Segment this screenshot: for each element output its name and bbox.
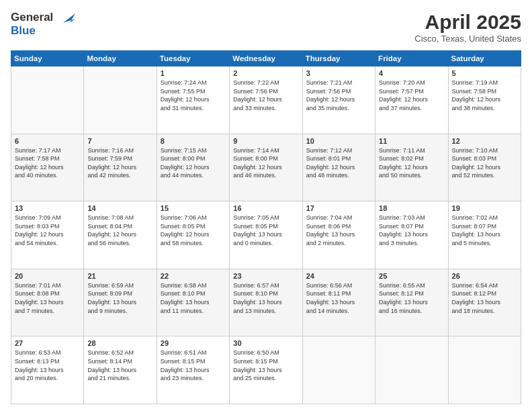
calendar-table: Sunday Monday Tuesday Wednesday Thursday…: [11, 50, 521, 404]
col-tuesday: Tuesday: [157, 51, 229, 66]
day-info: Sunrise: 6:53 AM Sunset: 8:13 PM Dayligh…: [15, 349, 80, 382]
day-number: 18: [379, 204, 444, 212]
day-info: Sunrise: 7:16 AM Sunset: 7:59 PM Dayligh…: [87, 146, 152, 180]
calendar-week-4: 20Sunrise: 7:01 AM Sunset: 8:08 PM Dayli…: [11, 269, 521, 336]
calendar-cell: 28Sunrise: 6:52 AM Sunset: 8:14 PM Dayli…: [84, 336, 157, 404]
logo-line2: Blue: [11, 24, 75, 38]
day-number: 9: [233, 137, 298, 145]
day-number: 22: [161, 272, 226, 280]
day-info: Sunrise: 7:01 AM Sunset: 8:08 PM Dayligh…: [15, 281, 80, 315]
calendar-cell: 18Sunrise: 7:03 AM Sunset: 8:07 PM Dayli…: [375, 201, 448, 269]
calendar-cell: [11, 66, 84, 134]
day-info: Sunrise: 7:19 AM Sunset: 7:58 PM Dayligh…: [452, 79, 517, 112]
day-number: 28: [87, 339, 152, 347]
location: Cisco, Texas, United States: [414, 34, 521, 44]
calendar-cell: [448, 336, 521, 404]
calendar-cell: 15Sunrise: 7:06 AM Sunset: 8:05 PM Dayli…: [157, 201, 229, 269]
calendar-cell: 22Sunrise: 6:58 AM Sunset: 8:10 PM Dayli…: [157, 269, 229, 336]
col-thursday: Thursday: [302, 51, 375, 66]
calendar-cell: 3Sunrise: 7:21 AM Sunset: 7:56 PM Daylig…: [302, 66, 375, 134]
calendar-cell: 23Sunrise: 6:57 AM Sunset: 8:10 PM Dayli…: [230, 269, 302, 336]
calendar-cell: 8Sunrise: 7:15 AM Sunset: 8:00 PM Daylig…: [157, 134, 229, 201]
day-info: Sunrise: 7:15 AM Sunset: 8:00 PM Dayligh…: [161, 146, 226, 180]
day-info: Sunrise: 7:04 AM Sunset: 8:06 PM Dayligh…: [306, 214, 371, 247]
day-info: Sunrise: 6:55 AM Sunset: 8:12 PM Dayligh…: [379, 281, 444, 315]
day-number: 20: [15, 272, 80, 280]
calendar-cell: 30Sunrise: 6:50 AM Sunset: 8:15 PM Dayli…: [230, 336, 302, 404]
day-info: Sunrise: 7:22 AM Sunset: 7:56 PM Dayligh…: [233, 79, 298, 112]
svg-marker-0: [63, 13, 75, 23]
day-number: 14: [87, 204, 152, 212]
title-block: April 2025 Cisco, Texas, United States: [414, 11, 521, 44]
day-number: 7: [87, 137, 152, 145]
day-info: Sunrise: 6:50 AM Sunset: 8:15 PM Dayligh…: [233, 349, 298, 382]
logo-line1: General: [11, 11, 53, 24]
calendar-cell: 12Sunrise: 7:10 AM Sunset: 8:03 PM Dayli…: [448, 134, 521, 201]
day-number: 1: [161, 69, 226, 77]
day-number: 8: [161, 137, 226, 145]
col-sunday: Sunday: [11, 51, 84, 66]
day-number: 12: [452, 137, 517, 145]
day-number: 24: [306, 272, 371, 280]
calendar-cell: 13Sunrise: 7:09 AM Sunset: 8:03 PM Dayli…: [11, 201, 84, 269]
calendar-cell: 27Sunrise: 6:53 AM Sunset: 8:13 PM Dayli…: [11, 336, 84, 404]
day-info: Sunrise: 7:08 AM Sunset: 8:04 PM Dayligh…: [87, 214, 152, 247]
day-info: Sunrise: 6:56 AM Sunset: 8:11 PM Dayligh…: [306, 281, 371, 315]
day-number: 30: [233, 339, 298, 347]
day-number: 13: [15, 204, 80, 212]
calendar-cell: 14Sunrise: 7:08 AM Sunset: 8:04 PM Dayli…: [84, 201, 157, 269]
day-info: Sunrise: 6:59 AM Sunset: 8:09 PM Dayligh…: [87, 281, 152, 315]
calendar-cell: 4Sunrise: 7:20 AM Sunset: 7:57 PM Daylig…: [375, 66, 448, 134]
day-info: Sunrise: 7:20 AM Sunset: 7:57 PM Dayligh…: [379, 79, 444, 112]
calendar-week-5: 27Sunrise: 6:53 AM Sunset: 8:13 PM Dayli…: [11, 336, 521, 404]
calendar-cell: 20Sunrise: 7:01 AM Sunset: 8:08 PM Dayli…: [11, 269, 84, 336]
day-number: 3: [306, 69, 371, 77]
calendar-cell: [84, 66, 157, 134]
day-info: Sunrise: 6:54 AM Sunset: 8:12 PM Dayligh…: [452, 281, 517, 315]
day-number: 10: [306, 137, 371, 145]
day-info: Sunrise: 6:57 AM Sunset: 8:10 PM Dayligh…: [233, 281, 298, 315]
day-info: Sunrise: 7:06 AM Sunset: 8:05 PM Dayligh…: [161, 214, 226, 247]
day-number: 16: [233, 204, 298, 212]
day-info: Sunrise: 7:09 AM Sunset: 8:03 PM Dayligh…: [15, 214, 80, 247]
col-friday: Friday: [375, 51, 448, 66]
day-info: Sunrise: 7:21 AM Sunset: 7:56 PM Dayligh…: [306, 79, 371, 112]
calendar-cell: 21Sunrise: 6:59 AM Sunset: 8:09 PM Dayli…: [84, 269, 157, 336]
day-number: 27: [15, 339, 80, 347]
day-info: Sunrise: 7:12 AM Sunset: 8:01 PM Dayligh…: [306, 146, 371, 180]
calendar-cell: [375, 336, 448, 404]
day-number: 2: [233, 69, 298, 77]
calendar-cell: 16Sunrise: 7:05 AM Sunset: 8:05 PM Dayli…: [230, 201, 302, 269]
calendar-week-2: 6Sunrise: 7:17 AM Sunset: 7:58 PM Daylig…: [11, 134, 521, 201]
header: General Blue April 2025 Cisco, Texas, Un…: [11, 11, 521, 44]
day-info: Sunrise: 7:24 AM Sunset: 7:55 PM Dayligh…: [161, 79, 226, 112]
calendar-week-3: 13Sunrise: 7:09 AM Sunset: 8:03 PM Dayli…: [11, 201, 521, 269]
calendar-cell: 7Sunrise: 7:16 AM Sunset: 7:59 PM Daylig…: [84, 134, 157, 201]
day-info: Sunrise: 7:05 AM Sunset: 8:05 PM Dayligh…: [233, 214, 298, 247]
calendar-cell: 9Sunrise: 7:14 AM Sunset: 8:00 PM Daylig…: [230, 134, 302, 201]
calendar-cell: 2Sunrise: 7:22 AM Sunset: 7:56 PM Daylig…: [230, 66, 302, 134]
calendar-cell: 25Sunrise: 6:55 AM Sunset: 8:12 PM Dayli…: [375, 269, 448, 336]
logo: General Blue: [11, 11, 75, 38]
col-saturday: Saturday: [448, 51, 521, 66]
day-number: 25: [379, 272, 444, 280]
calendar-cell: 24Sunrise: 6:56 AM Sunset: 8:11 PM Dayli…: [302, 269, 375, 336]
col-wednesday: Wednesday: [230, 51, 302, 66]
page: General Blue April 2025 Cisco, Texas, Un…: [0, 0, 532, 411]
day-info: Sunrise: 7:10 AM Sunset: 8:03 PM Dayligh…: [452, 146, 517, 180]
calendar-cell: 6Sunrise: 7:17 AM Sunset: 7:58 PM Daylig…: [11, 134, 84, 201]
day-info: Sunrise: 6:58 AM Sunset: 8:10 PM Dayligh…: [161, 281, 226, 315]
calendar-cell: 1Sunrise: 7:24 AM Sunset: 7:55 PM Daylig…: [157, 66, 229, 134]
calendar-cell: 11Sunrise: 7:11 AM Sunset: 8:02 PM Dayli…: [375, 134, 448, 201]
calendar-cell: 19Sunrise: 7:02 AM Sunset: 8:07 PM Dayli…: [448, 201, 521, 269]
calendar-week-1: 1Sunrise: 7:24 AM Sunset: 7:55 PM Daylig…: [11, 66, 521, 134]
calendar-header-row: Sunday Monday Tuesday Wednesday Thursday…: [11, 51, 521, 66]
calendar-cell: 17Sunrise: 7:04 AM Sunset: 8:06 PM Dayli…: [302, 201, 375, 269]
calendar-cell: 10Sunrise: 7:12 AM Sunset: 8:01 PM Dayli…: [302, 134, 375, 201]
day-info: Sunrise: 6:52 AM Sunset: 8:14 PM Dayligh…: [87, 349, 152, 382]
day-number: 26: [452, 272, 517, 280]
day-number: 15: [161, 204, 226, 212]
day-info: Sunrise: 7:14 AM Sunset: 8:00 PM Dayligh…: [233, 146, 298, 180]
day-number: 21: [87, 272, 152, 280]
month-title: April 2025: [414, 11, 521, 34]
